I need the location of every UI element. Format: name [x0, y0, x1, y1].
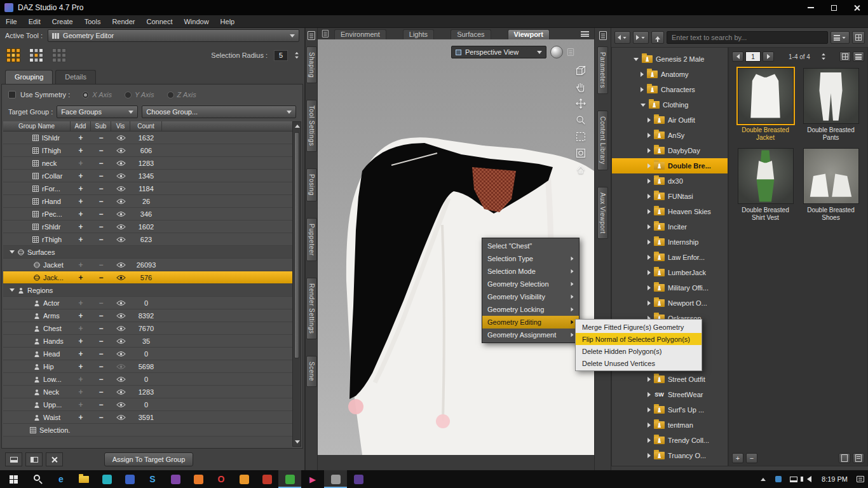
taskbar-app-icon[interactable] — [95, 470, 118, 488]
subtract-from-group-button[interactable]: − — [91, 309, 111, 322]
column-header[interactable]: Count — [130, 121, 162, 131]
start-button[interactable] — [0, 470, 27, 488]
asset-image[interactable] — [738, 68, 794, 124]
submenu-item[interactable]: Merge Fitted Figure(s) Geometry — [576, 321, 702, 333]
pane-close-button[interactable] — [46, 452, 63, 466]
column-header[interactable]: Group Name — [3, 121, 71, 131]
expand-icon[interactable] — [648, 453, 651, 458]
visibility-toggle[interactable] — [111, 259, 130, 271]
visibility-toggle[interactable] — [111, 220, 130, 233]
menu-item[interactable]: Connect — [141, 15, 179, 28]
visibility-toggle[interactable] — [111, 246, 130, 258]
zoom-icon[interactable] — [574, 113, 588, 127]
prev-page-button[interactable] — [732, 51, 743, 62]
active-tool-dropdown[interactable]: Geometry Editor — [48, 29, 299, 42]
tree-item[interactable]: tentman — [612, 417, 728, 433]
context-menu-item[interactable]: Geometry Locking — [482, 303, 579, 316]
visibility-toggle[interactable] — [111, 271, 130, 283]
dock-tab[interactable]: Tool Settings — [306, 100, 317, 152]
tree-item[interactable]: Trendy Coll... — [612, 433, 728, 448]
add-to-group-button[interactable]: + — [71, 233, 91, 245]
network-icon[interactable] — [786, 470, 801, 488]
viewport-menu-icon[interactable] — [581, 31, 589, 37]
add-to-group-button[interactable]: + — [71, 386, 91, 398]
visibility-toggle[interactable] — [111, 335, 130, 347]
dock-tab[interactable]: Scene — [306, 356, 317, 387]
visibility-toggle[interactable] — [111, 195, 130, 207]
expand-icon[interactable] — [648, 209, 651, 214]
asset-thumbnail[interactable]: Double Breasted Shoes — [801, 148, 862, 222]
asset-thumbnail[interactable]: Double Breasted Shirt Vest — [735, 148, 796, 222]
page-spinner[interactable] — [821, 53, 826, 60]
taskbar-app-icon[interactable] — [72, 470, 95, 488]
expand-icon[interactable] — [648, 240, 651, 245]
submenu-item[interactable]: Flip Normal of Selected Polygon(s) — [576, 333, 702, 345]
subtract-from-group-button[interactable]: − — [91, 182, 111, 194]
action-center-icon[interactable] — [853, 470, 868, 488]
expand-icon[interactable] — [641, 87, 644, 92]
add-to-group-button[interactable] — [71, 284, 91, 296]
taskbar-app-icon[interactable] — [27, 470, 50, 488]
radio-icon[interactable] — [125, 92, 132, 98]
tray-expand-icon[interactable] — [756, 470, 771, 488]
group-row[interactable]: Hip + − 5698 — [3, 360, 292, 373]
forward-button[interactable] — [633, 31, 649, 44]
expand-icon[interactable] — [648, 224, 651, 229]
search-input[interactable] — [667, 31, 828, 44]
grid-view-button[interactable] — [852, 31, 865, 44]
tree-item[interactable]: Anatomy — [612, 67, 728, 82]
file-info-button[interactable] — [839, 453, 850, 463]
tree-item[interactable]: Air Outfit — [612, 112, 728, 128]
grouping-tab[interactable]: Details — [55, 70, 96, 84]
spin-down-icon[interactable] — [295, 57, 299, 59]
maximize-button[interactable] — [822, 0, 845, 15]
group-row[interactable]: Surfaces — [3, 246, 292, 259]
add-to-group-button[interactable]: + — [71, 182, 91, 194]
group-row[interactable]: Jack... + − 576 — [3, 271, 292, 284]
selection-radius-spinner[interactable] — [294, 51, 299, 59]
add-to-group-button[interactable]: + — [71, 170, 91, 182]
subtract-from-group-button[interactable]: − — [91, 208, 111, 220]
add-to-group-button[interactable]: + — [71, 157, 91, 169]
visibility-toggle[interactable] — [111, 398, 130, 410]
draw-style-sphere-icon[interactable] — [550, 46, 563, 58]
home-view-icon[interactable] — [574, 163, 588, 177]
add-to-group-button[interactable]: + — [71, 348, 91, 360]
spin-down-icon[interactable] — [822, 58, 825, 60]
viewport-tab[interactable]: Environment — [334, 29, 386, 39]
add-to-group-button[interactable]: + — [71, 132, 91, 144]
viewport-tab[interactable]: Lights — [403, 29, 434, 39]
group-table-scrollbar[interactable] — [292, 121, 301, 447]
column-header[interactable]: Add — [71, 121, 91, 131]
context-menu-item[interactable]: Geometry Editing — [482, 316, 579, 329]
taskbar-app-icon[interactable] — [324, 470, 347, 488]
tree-item[interactable]: Truancy O... — [612, 448, 728, 463]
symmetry-axis-radio[interactable]: Y Axis — [125, 91, 154, 98]
section-collapse-icon[interactable] — [10, 288, 15, 292]
taskbar-app-icon[interactable] — [255, 470, 278, 488]
group-row[interactable]: rHand + − 26 — [3, 195, 292, 208]
tree-item[interactable]: Double Bre... — [612, 158, 728, 173]
asset-image[interactable] — [803, 148, 859, 204]
visibility-toggle[interactable] — [111, 208, 130, 220]
radio-icon[interactable] — [167, 92, 174, 98]
visibility-toggle[interactable] — [111, 157, 130, 169]
visibility-toggle[interactable] — [111, 309, 130, 322]
target-group-dropdown[interactable]: Face Groups — [57, 105, 138, 118]
add-to-group-button[interactable]: + — [71, 373, 91, 385]
group-row[interactable]: Actor + − 0 — [3, 297, 292, 309]
subtract-from-group-button[interactable] — [91, 284, 111, 296]
group-row[interactable]: Waist + − 3591 — [3, 411, 292, 424]
taskbar-app-icon[interactable] — [278, 470, 301, 488]
group-row[interactable]: Chest + − 7670 — [3, 322, 292, 335]
camera-cube-icon[interactable] — [574, 64, 588, 78]
dock-tab[interactable]: Parameters — [597, 46, 608, 94]
add-content-button[interactable]: + — [732, 453, 743, 463]
expand-icon[interactable] — [648, 118, 651, 123]
subtract-from-group-button[interactable]: − — [91, 271, 111, 283]
radio-icon[interactable] — [82, 92, 89, 98]
add-to-group-button[interactable] — [71, 424, 91, 436]
dock-tab[interactable]: Puppeteer — [306, 218, 317, 262]
pan-hand-icon[interactable] — [574, 80, 588, 94]
subtract-from-group-button[interactable]: − — [91, 360, 111, 372]
